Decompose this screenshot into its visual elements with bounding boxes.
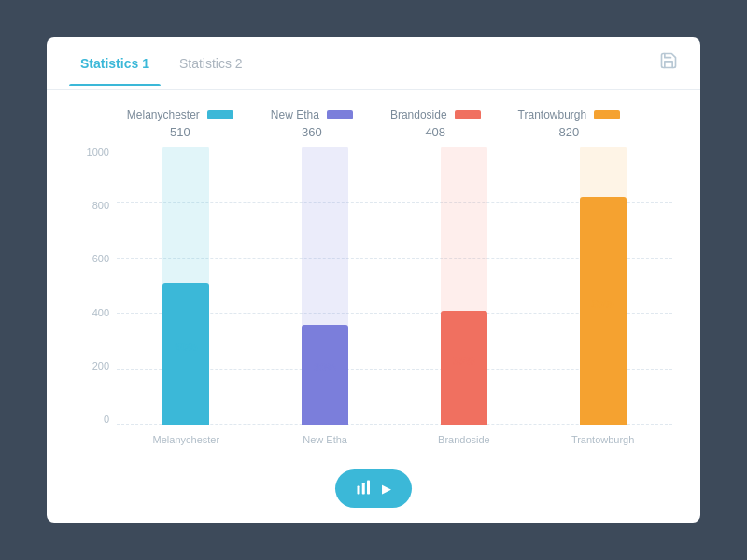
tab-statistics-1[interactable]: Statistics 1 xyxy=(69,41,161,86)
legend-color-trantowburgh xyxy=(594,110,620,119)
x-label-melanychester: Melanychester xyxy=(117,427,256,453)
bar-fg-brandoside xyxy=(441,311,487,425)
legend-brandoside: Brandoside 408 xyxy=(390,108,481,139)
bar-group-melanychester: 60% xyxy=(117,147,256,425)
x-label-trantowburgh: Trantowburgh xyxy=(533,427,672,453)
bar-group-new-etha: 30% xyxy=(256,147,395,425)
save-icon[interactable] xyxy=(659,51,678,75)
legend-melanychester: Melanychester 510 xyxy=(127,108,233,139)
chart-legend: Melanychester 510 New Etha 360 Brandosid… xyxy=(47,90,700,147)
tab-statistics-2[interactable]: Statistics 2 xyxy=(168,41,254,86)
bar-fg-trantowburgh xyxy=(580,197,627,425)
legend-color-brandoside xyxy=(455,110,481,119)
x-label-brandoside: Brandoside xyxy=(395,427,534,453)
x-label-new-etha: New Etha xyxy=(256,427,395,453)
bars-row: 60%30%35%85% xyxy=(117,147,672,453)
legend-color-melanychester xyxy=(207,110,233,119)
bar-group-trantowburgh: 85% xyxy=(533,147,672,425)
bar-fg-melanychester xyxy=(162,283,209,425)
legend-color-new-etha xyxy=(327,110,353,119)
button-area: ▶ xyxy=(47,462,700,523)
legend-trantowburgh: Trantowburgh 820 xyxy=(518,108,621,139)
svg-rect-2 xyxy=(367,481,370,495)
bar-group-brandoside: 35% xyxy=(395,147,534,425)
main-card: Statistics 1 Statistics 2 Melanychester … xyxy=(47,37,700,523)
tab-bar: Statistics 1 Statistics 2 xyxy=(47,37,700,90)
chart-area: 0 200 400 600 800 1000 60%30%35%85% Mela… xyxy=(47,147,700,462)
chart-bar-icon xyxy=(356,479,373,498)
legend-new-etha: New Etha 360 xyxy=(271,108,353,139)
arrow-icon: ▶ xyxy=(382,482,391,496)
plot-area: 60%30%35%85% MelanychesterNew EthaBrando… xyxy=(117,147,672,453)
svg-rect-1 xyxy=(362,483,365,495)
y-axis: 0 200 400 600 800 1000 xyxy=(75,147,117,453)
chart-container: 0 200 400 600 800 1000 60%30%35%85% Mela… xyxy=(75,147,672,453)
x-labels: MelanychesterNew EthaBrandosideTrantowbu… xyxy=(117,427,672,453)
svg-rect-0 xyxy=(358,486,360,495)
bar-fg-new-etha xyxy=(302,325,348,425)
action-button[interactable]: ▶ xyxy=(335,469,412,508)
